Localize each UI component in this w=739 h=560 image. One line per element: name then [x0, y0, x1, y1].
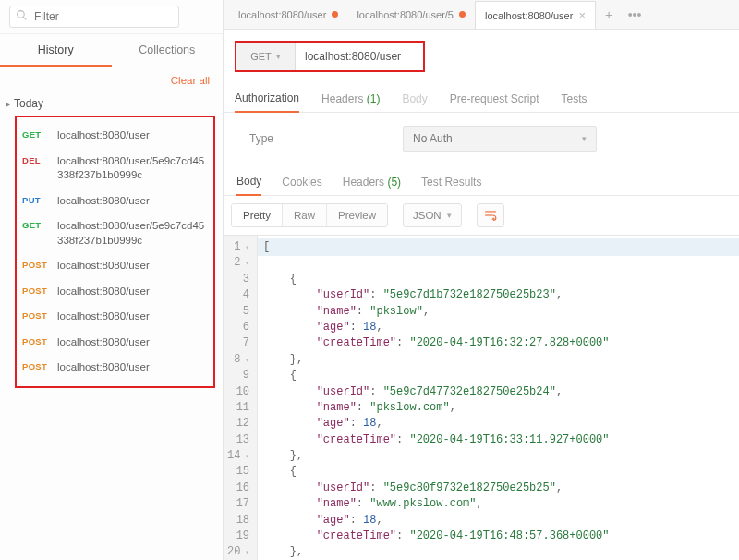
subtab-prerequest[interactable]: Pre-request Script	[450, 92, 539, 112]
tab-label: localhost:8080/user	[485, 10, 573, 21]
history-item[interactable]: PUTlocalhost:8080/user	[22, 189, 208, 214]
sidebar-tabs: History Collections	[0, 34, 223, 67]
resp-headers-count: (5)	[387, 176, 401, 189]
history-item[interactable]: POSTlocalhost:8080/user	[22, 253, 208, 279]
subtab-authorization[interactable]: Authorization	[235, 91, 299, 113]
method-select[interactable]: GET ▾	[236, 43, 296, 70]
response-controls: Pretty Raw Preview JSON ▾	[224, 196, 739, 235]
history-url: localhost:8080/user	[57, 335, 208, 350]
method-badge: GET	[22, 220, 50, 230]
auth-type-label: Type	[249, 132, 273, 145]
history-item[interactable]: POSTlocalhost:8080/user	[22, 279, 208, 305]
resp-tab-headers[interactable]: Headers (5)	[343, 176, 401, 195]
history-url: localhost:8080/user/5e9c7cd45338f237b1b0…	[57, 154, 208, 183]
code-content: [ { "userId": "5e9c7d1b732e182750e25b23"…	[258, 236, 739, 560]
view-pretty[interactable]: Pretty	[232, 204, 283, 226]
history-group-label: Today	[14, 97, 43, 110]
clear-all-link[interactable]: Clear all	[0, 67, 223, 93]
add-tab-button[interactable]: +	[596, 7, 622, 22]
method-badge: POST	[22, 310, 50, 321]
chevron-down-icon: ▾	[276, 52, 281, 61]
response-body[interactable]: 1234567891011121314151617181920212223242…	[224, 235, 739, 560]
filter-bar	[0, 0, 223, 34]
history-item[interactable]: POSTlocalhost:8080/user	[22, 355, 208, 381]
tab-label: localhost:8080/user	[238, 9, 326, 20]
history-item[interactable]: GETlocalhost:8080/user/5e9c7cd45338f237b…	[22, 213, 208, 253]
auth-type-select[interactable]: No Auth ▾	[403, 126, 597, 152]
svg-line-1	[23, 17, 26, 19]
history-url: localhost:8080/user	[57, 285, 208, 299]
subtab-headers[interactable]: Headers (1)	[321, 92, 380, 112]
method-badge: PUT	[22, 195, 50, 205]
url-value: localhost:8080/user	[305, 50, 401, 63]
wrap-lines-toggle[interactable]	[477, 203, 504, 227]
request-subtabs: Authorization Headers (1) Body Pre-reque…	[224, 85, 739, 113]
auth-row: Type No Auth ▾	[224, 113, 739, 168]
filter-input[interactable]	[9, 6, 179, 28]
main-panel: localhost:8080/userlocalhost:8080/user/5…	[224, 0, 739, 560]
request-row: GET ▾ localhost:8080/user	[224, 30, 739, 85]
resp-headers-label: Headers	[343, 176, 384, 189]
method-badge: POST	[22, 336, 50, 347]
history-url: localhost:8080/user	[57, 259, 208, 274]
search-icon	[16, 9, 28, 24]
resp-tab-test-results[interactable]: Test Results	[421, 176, 481, 195]
url-input[interactable]: localhost:8080/user	[296, 43, 423, 70]
resp-tab-cookies[interactable]: Cookies	[282, 176, 321, 195]
chevron-down-icon: ▾	[582, 134, 587, 143]
unsaved-dot-icon	[332, 11, 338, 18]
request-tab[interactable]: localhost:8080/user×	[475, 1, 596, 29]
method-badge: GET	[22, 129, 50, 140]
request-tab[interactable]: localhost:8080/user	[229, 1, 347, 29]
line-gutter: 1234567891011121314151617181920212223242…	[224, 236, 258, 560]
auth-type-value: No Auth	[413, 132, 453, 145]
method-badge: POST	[22, 286, 50, 296]
subtab-headers-count: (1)	[367, 92, 381, 105]
caret-down-icon: ▸	[6, 99, 10, 109]
request-tab-bar: localhost:8080/userlocalhost:8080/user/5…	[224, 0, 739, 30]
sidebar: History Collections Clear all ▸ Today GE…	[0, 0, 224, 560]
method-badge: POST	[22, 260, 50, 270]
unsaved-dot-icon	[459, 11, 466, 18]
view-raw[interactable]: Raw	[283, 204, 327, 226]
tab-collections[interactable]: Collections	[112, 34, 224, 67]
history-item[interactable]: POSTlocalhost:8080/user	[22, 330, 208, 356]
history-url: localhost:8080/user	[57, 194, 208, 209]
svg-point-0	[18, 11, 25, 18]
tab-overflow-button[interactable]: •••	[622, 7, 648, 22]
tab-label: localhost:8080/user/5	[357, 9, 454, 20]
method-label: GET	[250, 51, 272, 62]
response-tabs: Body Cookies Headers (5) Test Results	[224, 168, 739, 196]
format-value: JSON	[413, 210, 442, 221]
tab-history[interactable]: History	[0, 34, 112, 67]
history-url: localhost:8080/user	[57, 310, 208, 324]
history-list: GETlocalhost:8080/userDELlocalhost:8080/…	[15, 116, 215, 388]
history-item[interactable]: POSTlocalhost:8080/user	[22, 304, 208, 330]
method-badge: DEL	[22, 155, 50, 165]
subtab-body[interactable]: Body	[402, 92, 427, 112]
subtab-headers-label: Headers	[321, 92, 363, 105]
resp-tab-body[interactable]: Body	[236, 175, 261, 196]
close-icon[interactable]: ×	[578, 8, 586, 22]
method-badge: POST	[22, 361, 50, 371]
history-group-header[interactable]: ▸ Today	[0, 93, 223, 116]
format-select[interactable]: JSON ▾	[403, 203, 462, 227]
request-tab[interactable]: localhost:8080/user/5	[347, 1, 475, 29]
view-preview[interactable]: Preview	[327, 204, 387, 226]
history-item[interactable]: GETlocalhost:8080/user	[22, 123, 208, 149]
subtab-tests[interactable]: Tests	[561, 92, 587, 112]
history-item[interactable]: DELlocalhost:8080/user/5e9c7cd45338f237b…	[22, 149, 208, 189]
chevron-down-icon: ▾	[447, 211, 452, 220]
history-url: localhost:8080/user	[57, 128, 208, 143]
view-mode-group: Pretty Raw Preview	[231, 203, 388, 227]
history-url: localhost:8080/user/5e9c7cd45338f237b1b0…	[57, 219, 208, 248]
history-url: localhost:8080/user	[57, 360, 208, 375]
